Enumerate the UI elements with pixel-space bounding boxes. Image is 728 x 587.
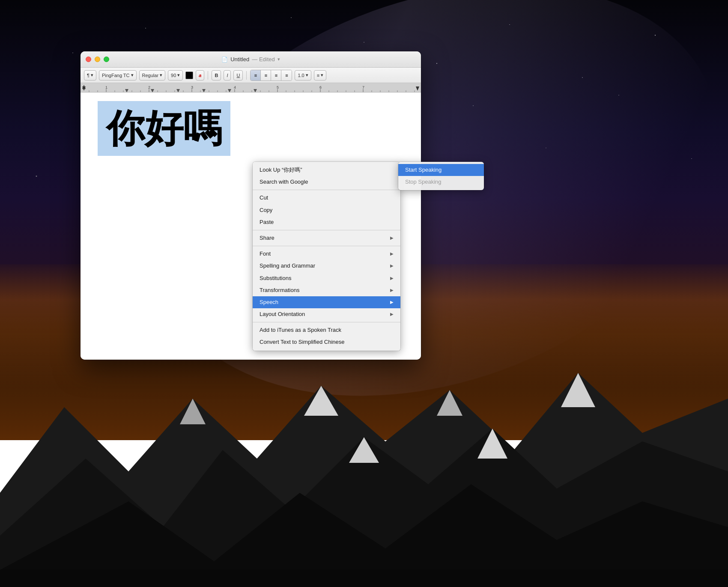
speech-arrow-icon: ▶ (390, 299, 394, 305)
menu-item-look-up[interactable]: Look Up “你好嗎” (253, 164, 400, 176)
menu-separator-3 (253, 246, 400, 246)
svg-text:4: 4 (234, 85, 236, 89)
title-chevron-icon[interactable]: ▾ (277, 57, 280, 62)
italic-btn[interactable]: I (224, 70, 231, 80)
toolbar-separator-1 (208, 71, 208, 80)
maximize-button[interactable] (104, 57, 109, 62)
paragraph-chevron-icon: ▾ (91, 72, 93, 78)
close-button[interactable] (86, 57, 91, 62)
menu-separator-4 (253, 322, 400, 322)
menu-item-spelling-grammar[interactable]: Spelling and Grammar ▶ (253, 260, 400, 272)
format-toolbar: ¶ ▾ PingFang TC ▾ Regular ▾ 90 ▾ a B I U (81, 68, 421, 83)
stop-speaking-label: Stop Speaking (405, 178, 442, 186)
menu-item-search-google-label: Search with Google (260, 178, 308, 186)
menu-separator-1 (253, 190, 400, 190)
menu-item-font[interactable]: Font ▶ (253, 248, 400, 260)
svg-text:3: 3 (191, 85, 193, 89)
svg-text:7: 7 (362, 85, 364, 89)
window-title: Untitled (230, 56, 249, 63)
menu-item-convert-simplified-label: Convert Text to Simplified Chinese (260, 338, 344, 346)
context-menu: Look Up “你好嗎” Search with Google Cut Cop… (253, 162, 400, 351)
menu-item-cut-label: Cut (260, 194, 268, 202)
submenu-item-stop-speaking[interactable]: Stop Speaking (398, 176, 484, 188)
submenu-item-start-speaking[interactable]: Start Speaking (398, 164, 484, 176)
list-icon: ≡ (317, 73, 319, 78)
menu-item-substitutions[interactable]: Substitutions ▶ (253, 272, 400, 284)
layout-arrow-icon: ▶ (390, 311, 394, 317)
titlebar: 📄 Untitled — Edited ▾ (81, 51, 421, 68)
svg-rect-10 (81, 83, 421, 92)
document-icon: 📄 (221, 57, 228, 63)
italic-icon: I (227, 73, 228, 78)
menu-item-look-up-label: Look Up “你好嗎” (260, 166, 302, 174)
line-spacing-btn[interactable]: 1.0 ▾ (295, 70, 311, 80)
font-size-chevron-icon: ▾ (177, 72, 180, 78)
font-size-btn[interactable]: 90 ▾ (168, 70, 183, 80)
substitutions-arrow-icon: ▶ (390, 275, 394, 281)
toolbar-separator-2 (246, 71, 247, 80)
underline-btn[interactable]: U (233, 70, 243, 80)
bold-icon: B (215, 73, 218, 78)
font-size-label: 90 (171, 73, 176, 78)
menu-item-search-google[interactable]: Search with Google (253, 176, 400, 188)
menu-item-paste[interactable]: Paste (253, 216, 400, 228)
align-center-btn[interactable]: ≡ (261, 70, 271, 80)
start-speaking-label: Start Speaking (405, 166, 442, 174)
spelling-arrow-icon: ▶ (390, 263, 394, 269)
selected-text: 你好嗎 (98, 101, 230, 156)
menu-item-transformations-label: Transformations (260, 286, 299, 294)
text-color-swatch[interactable] (185, 72, 193, 79)
menu-item-share-label: Share (260, 234, 274, 242)
align-right-btn[interactable]: ≡ (271, 70, 281, 80)
mountains (0, 323, 728, 587)
minimize-button[interactable] (95, 57, 100, 62)
menu-item-add-itunes[interactable]: Add to iTunes as a Spoken Track (253, 324, 400, 336)
align-justify-btn[interactable]: ≡ (281, 70, 292, 80)
line-spacing-label: 1.0 (298, 73, 304, 78)
font-color-btn[interactable]: a (196, 70, 204, 80)
transformations-arrow-icon: ▶ (390, 287, 394, 293)
window-title-group: 📄 Untitled — Edited ▾ (221, 56, 280, 63)
paragraph-style-btn[interactable]: ¶ ▾ (84, 70, 96, 80)
menu-item-add-itunes-label: Add to iTunes as a Spoken Track (260, 326, 341, 334)
font-style-label: Regular (142, 73, 159, 78)
menu-item-substitutions-label: Substitutions (260, 274, 291, 282)
menu-item-font-label: Font (260, 250, 271, 258)
menu-item-share[interactable]: Share ▶ (253, 232, 400, 244)
font-name-btn[interactable]: PingFang TC ▾ (99, 70, 137, 80)
menu-item-paste-label: Paste (260, 218, 274, 226)
menu-item-speech[interactable]: Speech ▶ (253, 296, 400, 308)
alignment-group: ≡ ≡ ≡ ≡ (250, 70, 292, 81)
svg-text:6: 6 (319, 85, 322, 89)
menu-item-layout-orientation-label: Layout Orientation (260, 310, 305, 318)
menu-separator-2 (253, 230, 400, 230)
menu-item-layout-orientation[interactable]: Layout Orientation ▶ (253, 308, 400, 320)
paragraph-icon: ¶ (87, 73, 90, 78)
menu-item-spelling-grammar-label: Spelling and Grammar (260, 262, 315, 270)
font-name-label: PingFang TC (102, 73, 130, 78)
document-content: 你好嗎 (106, 107, 222, 150)
font-name-chevron-icon: ▾ (131, 72, 134, 78)
line-spacing-chevron-icon: ▾ (306, 72, 308, 78)
list-chevron-icon: ▾ (321, 72, 323, 78)
share-arrow-icon: ▶ (390, 235, 394, 241)
edited-label: — Edited (252, 56, 274, 63)
svg-text:5: 5 (277, 85, 279, 89)
menu-item-copy[interactable]: Copy (253, 204, 400, 216)
font-arrow-icon: ▶ (390, 251, 394, 257)
menu-item-copy-label: Copy (260, 206, 272, 214)
list-btn[interactable]: ≡ ▾ (314, 70, 326, 80)
speech-submenu: Start Speaking Stop Speaking (398, 162, 484, 190)
menu-item-convert-simplified[interactable]: Convert Text to Simplified Chinese (253, 336, 400, 348)
ruler: 1 2 3 4 5 6 7 (81, 83, 421, 92)
font-style-btn[interactable]: Regular ▾ (139, 70, 166, 80)
font-color-icon: a (199, 73, 201, 78)
menu-item-speech-label: Speech (260, 298, 278, 306)
menu-item-transformations[interactable]: Transformations ▶ (253, 284, 400, 296)
svg-text:1: 1 (105, 85, 107, 89)
align-left-btn[interactable]: ≡ (251, 70, 261, 80)
menu-item-cut[interactable]: Cut (253, 192, 400, 204)
bold-btn[interactable]: B (212, 70, 221, 80)
svg-rect-9 (0, 570, 728, 587)
traffic-lights (86, 57, 109, 62)
